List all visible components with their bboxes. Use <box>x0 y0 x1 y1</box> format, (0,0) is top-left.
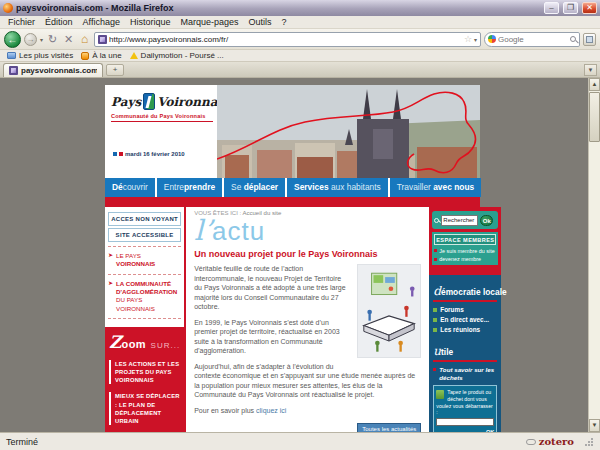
divider <box>433 360 497 362</box>
waste-search-panel: Tapez le produit ou déchet dont vous vou… <box>433 385 497 432</box>
menu-aide[interactable]: ? <box>277 17 292 27</box>
history-dropdown-icon[interactable]: ▾ <box>40 36 43 43</box>
zotero-icon <box>526 439 536 445</box>
article-title[interactable]: Un nouveau projet pour le Pays Voironnai… <box>194 249 421 259</box>
arrow-icon: ➤ <box>108 280 113 287</box>
bookmark-dailymotion[interactable]: Dailymotion - Poursé ... <box>128 51 226 60</box>
zotero-extension-button[interactable]: zotero <box>526 436 574 447</box>
status-text: Terminé <box>6 437 526 447</box>
book-illustration <box>357 264 421 358</box>
article-more: Pour en savoir plus cliquez ici <box>194 406 421 416</box>
warning-icon <box>130 52 138 59</box>
bullet-icon <box>434 249 437 252</box>
bookmark-star-icon[interactable]: ☆ <box>464 34 472 44</box>
menu-affichage[interactable]: Affichage <box>78 17 125 27</box>
menu-historique[interactable]: Historique <box>125 17 176 27</box>
date-blue-icon <box>113 152 117 156</box>
status-bar: Terminé zotero <box>0 432 600 450</box>
cliquez-ici-link[interactable]: cliquez ici <box>256 407 286 414</box>
scroll-up-icon[interactable]: ▲ <box>589 78 600 91</box>
zoom-item-plan-deplacement[interactable]: MIEUX SE DÉPLACER : LE PLAN DE DÉPLACEME… <box>109 392 180 424</box>
minimize-button[interactable]: – <box>544 2 559 14</box>
bullet-icon <box>433 368 436 371</box>
member-register-link[interactable]: devenez membre <box>434 256 496 262</box>
sidebar-item-pays-voironnais[interactable]: ➤ LE PAYS VOIRONNAIS <box>105 251 184 270</box>
bookmark-most-visited[interactable]: Les plus visités <box>5 51 75 60</box>
date-red-icon <box>119 152 123 156</box>
nav-decouvrir[interactable]: Découvrir <box>105 178 155 197</box>
bullet-icon <box>434 258 437 261</box>
recycle-bin-icon <box>436 390 444 399</box>
reload-icon[interactable]: ↻ <box>46 33 59 46</box>
web-search-input[interactable] <box>498 35 568 44</box>
page-layout-icon[interactable] <box>583 33 596 46</box>
nav-travailler[interactable]: Travailler avec nous <box>390 178 481 197</box>
bookmark-a-la-une[interactable]: À la une <box>79 51 123 60</box>
url-input[interactable] <box>109 35 462 44</box>
tab-paysvoironnais[interactable]: paysvoironnais.com <box>3 63 103 77</box>
back-button[interactable]: ← <box>4 31 21 48</box>
browser-window: paysvoironnais.com - Mozilla Firefox – ❐… <box>0 0 600 450</box>
nav-se-deplacer[interactable]: Se déplacer <box>224 178 285 197</box>
nav-services[interactable]: Services aux habitants <box>287 178 388 197</box>
hero-photo <box>217 85 480 178</box>
site-search-input[interactable] <box>441 215 478 226</box>
zoom-sur-panel: Zoom SUR... LES ACTIONS ET LES PROJETS D… <box>105 327 184 432</box>
firefox-icon <box>3 3 13 13</box>
link-forums[interactable]: Forums <box>433 306 497 313</box>
site-search-ok-button[interactable]: Ok <box>480 215 493 226</box>
menu-fichier[interactable]: Fichier <box>3 17 40 27</box>
title-bar: paysvoironnais.com - Mozilla Firefox – ❐… <box>0 0 600 16</box>
divider <box>108 246 181 247</box>
scroll-down-icon[interactable]: ▼ <box>589 419 600 432</box>
menu-edition[interactable]: Édition <box>40 17 78 27</box>
date-line: mardi 16 février 2010 <box>113 151 185 157</box>
url-bar[interactable]: ☆ ▾ <box>94 32 481 47</box>
search-bar[interactable] <box>484 32 580 47</box>
menu-outils[interactable]: Outils <box>244 17 277 27</box>
sidebar-item-acces-non-voyant[interactable]: ACCES NON VOYANT <box>108 212 181 226</box>
url-dropdown-icon[interactable]: ▾ <box>474 36 477 43</box>
left-sidebar: ACCES NON VOYANT SITE ACCESSIBLE ➤ LE PA… <box>105 207 186 432</box>
home-icon[interactable]: ⌂ <box>78 32 91 46</box>
member-login-link[interactable]: Je suis membre du site <box>434 248 496 254</box>
right-red-zone: Ok ESPACE MEMBRES Je suis membre du site… <box>429 207 501 275</box>
sidebar-item-site-accessible[interactable]: SITE ACCESSIBLE <box>108 228 181 242</box>
web-page: Pays Voironnais Communauté du Pays Voiro… <box>105 85 480 432</box>
site-search-bar[interactable]: Ok <box>432 211 498 229</box>
nav-entreprendre[interactable]: Entreprendre <box>157 178 222 197</box>
tab-list-dropdown-icon[interactable]: ▼ <box>584 64 597 76</box>
window-title: paysvoironnais.com - Mozilla Firefox <box>16 3 540 13</box>
resize-grip[interactable] <box>584 437 594 447</box>
all-news-button[interactable]: Toutes les actualités <box>357 423 421 432</box>
bookmarks-bar: Les plus visités À la une Dailymotion - … <box>0 50 600 62</box>
logo-text-pays: Pays <box>111 95 141 109</box>
link-reunions[interactable]: Les réunions <box>433 326 497 333</box>
forward-button[interactable]: → <box>24 33 37 46</box>
site-logo[interactable]: Pays Voironnais Communauté du Pays Voiro… <box>105 85 217 178</box>
navigation-toolbar: ← → ▾ ↻ ✕ ⌂ ☆ ▾ <box>0 29 600 50</box>
actu-heading: l’actu <box>194 217 421 245</box>
link-en-direct[interactable]: En direct avec... <box>433 316 497 323</box>
tab-favicon <box>9 66 18 75</box>
restore-button[interactable]: ❐ <box>563 2 578 14</box>
current-date: mardi 16 février 2010 <box>125 151 185 157</box>
waste-input[interactable] <box>436 418 494 426</box>
scrollbar-thumb[interactable] <box>589 92 600 142</box>
democratie-locale-title: démocratie locale <box>433 281 497 299</box>
site-header: Pays Voironnais Communauté du Pays Voiro… <box>105 85 480 178</box>
page-viewport: Pays Voironnais Communauté du Pays Voiro… <box>0 78 600 432</box>
new-tab-button[interactable]: + <box>106 64 124 76</box>
main-content: VOUS ÊTES ICI : Accueil du site l’actu U… <box>186 207 429 432</box>
menu-marque-pages[interactable]: Marque-pages <box>175 17 243 27</box>
espace-membres-panel: ESPACE MEMBRES Je suis membre du site de… <box>432 232 498 265</box>
logo-flag-icon <box>143 93 155 110</box>
right-blue-zone: démocratie locale Forums En direct avec.… <box>429 275 501 432</box>
close-button[interactable]: ✕ <box>582 2 597 14</box>
link-dechets[interactable]: Tout savoir sur les déchets <box>433 366 497 382</box>
sidebar-item-communaute-agglomeration[interactable]: ➤ LA COMMUNAUTÉD'AGGLOMÉRATIONDU PAYS VO… <box>105 279 184 314</box>
vertical-scrollbar[interactable]: ▲ ▼ <box>588 78 600 432</box>
stop-icon[interactable]: ✕ <box>62 33 75 46</box>
zoom-item-actions-projets[interactable]: LES ACTIONS ET LES PROJETS DU PAYS VOIRO… <box>109 360 180 384</box>
search-magnifier-icon[interactable] <box>570 36 576 42</box>
